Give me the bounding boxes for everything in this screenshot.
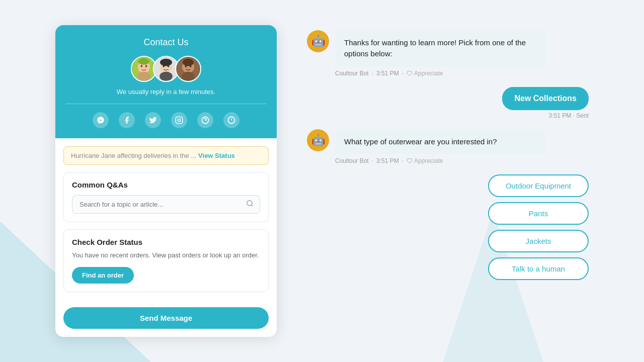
instagram-icon[interactable] xyxy=(171,112,187,128)
search-button[interactable] xyxy=(240,200,260,209)
option-talk-to-human[interactable]: Talk to a human xyxy=(488,257,589,280)
order-card-text: You have no recent orders. View past ord… xyxy=(72,250,260,260)
header-divider xyxy=(65,104,267,104)
svg-point-4 xyxy=(145,65,147,67)
messenger-icon[interactable] xyxy=(93,112,109,128)
sent-message-group: New Collections 3:51 PM · Sent xyxy=(502,87,589,119)
svg-point-3 xyxy=(141,65,143,67)
order-card-title: Check Order Status xyxy=(72,238,260,246)
widget-body: Hurricane Jane affecting deliveries in t… xyxy=(55,138,277,308)
bot-message-2-row: 🤖 What type of outerwear are you interes… xyxy=(307,129,589,165)
widget-header: Contact Us xyxy=(55,25,277,138)
bot-1-sender: Coultour Bot xyxy=(335,70,369,77)
svg-line-27 xyxy=(251,205,253,207)
qa-card-title: Common Q&As xyxy=(72,180,260,189)
facebook-icon[interactable] xyxy=(119,112,135,128)
find-order-button[interactable]: Find an order xyxy=(72,267,134,284)
bot-message-1-group: Thanks for wanting to learn more! Pick f… xyxy=(335,30,589,77)
twitter-icon[interactable] xyxy=(145,112,161,128)
bot-message-1-row: 🤖 Thanks for wanting to learn more! Pick… xyxy=(307,30,589,77)
sent-time: 3:51 PM xyxy=(549,112,572,119)
main-container: Contact Us xyxy=(45,15,599,347)
bot-message-1-bubble: Thanks for wanting to learn more! Pick f… xyxy=(335,30,546,67)
help-icon[interactable] xyxy=(197,112,213,128)
reply-text: We usually reply in a few minutes. xyxy=(65,88,267,96)
appreciate-2-btn[interactable]: Appreciate xyxy=(407,157,443,164)
alert-banner: Hurricane Jane affecting deliveries in t… xyxy=(63,146,269,165)
svg-point-11 xyxy=(160,58,172,66)
bot-1-time: 3:51 PM xyxy=(376,70,399,77)
svg-point-14 xyxy=(182,71,195,80)
options-group: Outdoor Equipment Pants Jackets Talk to … xyxy=(307,174,589,280)
bot-2-time: 3:51 PM xyxy=(376,157,399,164)
svg-point-20 xyxy=(181,118,181,118)
svg-point-2 xyxy=(137,71,150,80)
svg-rect-18 xyxy=(176,117,182,123)
avatar-group xyxy=(65,56,267,82)
option-outdoor-equipment[interactable]: Outdoor Equipment xyxy=(488,174,589,197)
social-icons-row xyxy=(65,112,267,128)
widget-title: Contact Us xyxy=(65,37,267,48)
bot-avatar-1: 🤖 xyxy=(307,30,329,52)
qa-card: Common Q&As xyxy=(63,172,269,222)
contact-widget: Contact Us xyxy=(55,25,277,337)
search-input[interactable] xyxy=(72,196,240,213)
option-pants[interactable]: Pants xyxy=(488,202,589,225)
alert-text: Hurricane Jane affecting deliveries in t… xyxy=(71,152,196,159)
bot-message-2-group: What type of outerwear are you intereste… xyxy=(335,129,589,165)
option-jackets[interactable]: Jackets xyxy=(488,230,589,252)
alert-icon[interactable] xyxy=(223,112,239,128)
sent-meta: 3:51 PM · Sent xyxy=(549,112,589,119)
bot-message-2-bubble: What type of outerwear are you intereste… xyxy=(335,129,546,155)
svg-point-5 xyxy=(138,58,149,65)
sent-bubble: New Collections xyxy=(502,87,589,110)
svg-point-8 xyxy=(159,71,173,80)
bot-avatar-2: 🤖 xyxy=(307,129,329,151)
svg-point-19 xyxy=(178,119,180,121)
bot-message-2-meta: Coultour Bot · 3:51 PM · Appreciate xyxy=(335,157,589,164)
avatar-3 xyxy=(175,56,201,82)
send-message-button[interactable]: Send Message xyxy=(63,307,269,329)
bot-2-sender: Coultour Bot xyxy=(335,157,369,164)
bot-message-1-meta: Coultour Bot · 3:51 PM · Appreciate xyxy=(335,70,589,77)
alert-link[interactable]: View Status xyxy=(198,152,235,159)
chat-panel: 🤖 Thanks for wanting to learn more! Pick… xyxy=(307,25,589,281)
appreciate-1-btn[interactable]: Appreciate xyxy=(407,70,443,77)
svg-point-26 xyxy=(247,201,252,206)
sent-status: Sent xyxy=(576,112,589,119)
sent-message-row: New Collections 3:51 PM · Sent xyxy=(307,87,589,119)
order-card: Check Order Status You have no recent or… xyxy=(63,229,269,293)
search-input-wrap xyxy=(72,195,260,214)
svg-point-17 xyxy=(183,58,194,66)
